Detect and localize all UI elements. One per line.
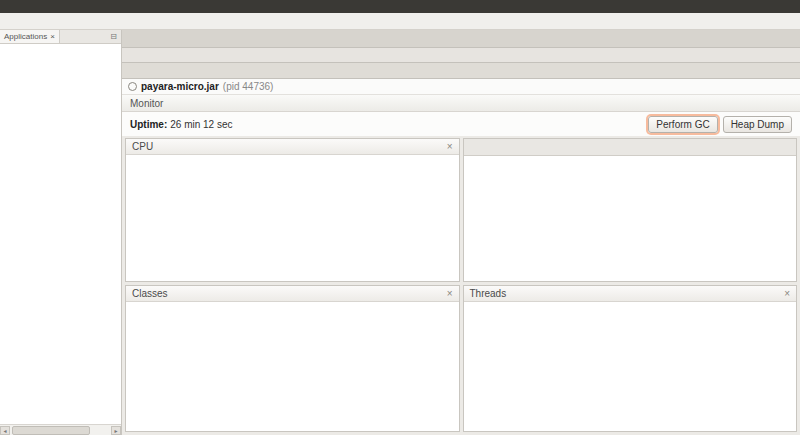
subtab-row-main — [122, 62, 800, 79]
classes-panel-title: Classes — [132, 288, 168, 299]
uptime-label: Uptime: — [130, 119, 167, 130]
classes-legend — [126, 418, 459, 431]
application-icon — [128, 82, 137, 91]
applications-tab-label: Applications — [4, 32, 47, 41]
close-icon[interactable]: × — [447, 288, 453, 299]
cpu-panel-title: CPU — [132, 141, 153, 152]
applications-tree — [0, 44, 121, 424]
sidebar-horizontal-scrollbar[interactable]: ◂ ▸ — [0, 424, 121, 435]
document-tab-row — [122, 30, 800, 47]
scroll-left-icon[interactable]: ◂ — [0, 426, 10, 435]
cpu-panel-header: CPU × — [126, 139, 459, 155]
monitor-section-header: Monitor — [122, 95, 800, 112]
uptime-row: Uptime: 26 min 12 sec Perform GC Heap Du… — [122, 112, 800, 136]
perform-gc-button[interactable]: Perform GC — [648, 116, 717, 133]
scrollbar-thumb[interactable] — [12, 426, 90, 435]
toolbar — [0, 13, 800, 30]
close-icon[interactable]: × — [447, 141, 453, 152]
breadcrumb-pid: (pid 44736) — [223, 81, 274, 92]
close-icon[interactable]: × — [784, 288, 790, 299]
monitor-title: Monitor — [130, 98, 163, 109]
threads-panel-header: Threads × — [464, 286, 797, 302]
breadcrumb-app: payara-micro.jar — [141, 81, 219, 92]
classes-chart — [126, 306, 459, 406]
uptime-value: 26 min 12 sec — [170, 119, 232, 130]
scroll-right-icon[interactable]: ▸ — [111, 426, 121, 435]
cpu-legend — [126, 268, 459, 281]
heap-panel-tabs — [464, 139, 797, 156]
threads-chart — [464, 306, 797, 406]
applications-tab[interactable]: Applications × — [0, 30, 60, 43]
threads-panel: Threads × — [463, 285, 798, 432]
breadcrumb: payara-micro.jar (pid 44736) — [122, 79, 800, 95]
subtab-row-top — [122, 47, 800, 62]
close-icon[interactable]: × — [50, 32, 55, 41]
minimize-icon[interactable]: ⊟ — [106, 32, 121, 41]
heap-dump-button[interactable]: Heap Dump — [723, 116, 792, 133]
applications-sidebar: Applications × ⊟ ◂ ▸ — [0, 30, 122, 435]
threads-panel-title: Threads — [470, 288, 507, 299]
classes-panel: Classes × — [125, 285, 460, 432]
sidebar-header: Applications × ⊟ — [0, 30, 121, 44]
cpu-panel: CPU × — [125, 138, 460, 282]
menu-bar — [0, 0, 800, 13]
heap-panel — [463, 138, 798, 282]
threads-legend — [464, 418, 797, 431]
classes-panel-header: Classes × — [126, 286, 459, 302]
cpu-chart — [126, 159, 459, 256]
heap-legend — [464, 268, 797, 281]
heap-chart — [464, 160, 797, 256]
